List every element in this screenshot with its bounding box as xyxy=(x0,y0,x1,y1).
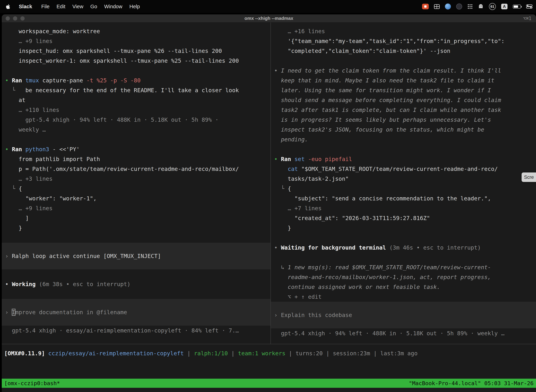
text-segment: -euo pipefail xyxy=(308,156,352,163)
menu-item-help[interactable]: Help xyxy=(129,4,140,9)
menu-bar-status-icons: 61 A xyxy=(422,3,536,10)
menu-item-go[interactable]: Go xyxy=(90,4,97,9)
window-grid-icon[interactable] xyxy=(434,4,440,9)
text-segment: • xyxy=(5,281,12,288)
terminal-line: gpt-5.4 xhigh · 94% left · 488K in · 5.1… xyxy=(5,115,270,125)
battery-level xyxy=(514,5,518,8)
menu-item-view[interactable]: View xyxy=(72,4,83,9)
text-segment: weekly … xyxy=(5,126,46,133)
text-segment: { xyxy=(19,185,22,192)
battery-percent-badge[interactable]: 61 xyxy=(489,3,496,10)
text-segment: gpt-5.4 xhigh · 94% left · 488K in · 5.1… xyxy=(274,330,505,337)
terminal-line: later. Using the same for transition mig… xyxy=(274,85,536,95)
window-titlebar: omx --xhigh --madmax ⌥⌘1 xyxy=(2,14,536,23)
status-segment: team:1 workers xyxy=(238,350,285,357)
terminal-line: └ { xyxy=(274,184,536,194)
text-segment: workspace_mode: worktree xyxy=(5,28,100,35)
composer-input-right[interactable]: › Explain this codebase xyxy=(271,302,536,328)
menu-item-window[interactable]: Window xyxy=(104,4,122,9)
text-segment: -t %25 -p -S -80 xyxy=(86,77,140,84)
text-segment: be necessary for the end of the README. … xyxy=(25,87,239,93)
text-segment: '{"team_name":"my-team","task_id":"1","f… xyxy=(274,38,505,44)
terminal-line xyxy=(274,56,536,66)
status-segment: | xyxy=(323,350,333,357)
text-segment: inspect task2's JSON, focusing on the st… xyxy=(274,126,484,133)
text-segment: tasks/task-2.json" xyxy=(274,175,349,182)
terminal-line: … +3 lines xyxy=(5,174,270,184)
text-segment: … +3 lines xyxy=(5,175,53,182)
text-segment: • xyxy=(5,146,12,153)
ghost-icon[interactable] xyxy=(478,4,483,9)
input-source-icon[interactable]: A xyxy=(501,4,507,9)
composer-input-left[interactable]: › Improve documentation in @filename xyxy=(2,299,270,326)
model-status-line: gpt-5.4 xhigh · essay/ai-reimplementatio… xyxy=(5,326,270,336)
terminal-line: … +9 lines xyxy=(5,36,270,46)
terminal-window: omx --xhigh --madmax ⌥⌘1 workspace_mode:… xyxy=(2,14,536,392)
terminal-line: ↳ 1 new msg(s): read $OMX_TEAM_STATE_ROO… xyxy=(274,262,536,272)
text-segment: 1 new msg(s): read $OMX_TEAM_STATE_ROOT/… xyxy=(288,264,491,271)
text-segment: tmux xyxy=(25,77,42,84)
zoom-button[interactable] xyxy=(20,16,25,21)
text-segment: … +7 lines xyxy=(274,205,322,212)
screen-recording-icon[interactable] xyxy=(422,4,429,9)
ran-set-line: • Ran set -euo pipefail xyxy=(274,154,536,164)
status-segment: ralph:1/10 xyxy=(194,350,228,357)
model-status-line: gpt-5.4 xhigh · 94% left · 488K in · 5.1… xyxy=(274,328,536,338)
terminal-line: '{"team_name":"my-team","task_id":"1","f… xyxy=(274,36,536,46)
tmux-session-label: [omx-cczip0:bash* xyxy=(4,379,60,388)
text-segment: "subject": "send a concise recommendatio… xyxy=(274,195,491,202)
menu-item-edit[interactable]: Edit xyxy=(57,4,65,9)
text-segment: (3m 46s • esc to interrupt) xyxy=(386,244,481,251)
status-segment: turns:20 xyxy=(296,350,323,357)
thinking-line: • I need to get the claim token from the… xyxy=(274,66,536,75)
terminal-line: from pathlib import Path xyxy=(5,154,270,164)
text-segment: from pathlib import Path xyxy=(5,156,100,163)
text-segment: continue assigned work or next feasible … xyxy=(274,284,440,290)
terminal-line: tasks/task-2.json" xyxy=(274,174,536,184)
dark-app-icon[interactable] xyxy=(456,4,462,9)
right-pane[interactable]: … +16 lines '{"team_name":"my-team","tas… xyxy=(271,23,536,344)
text-segment: ⌥ + ↑ edit xyxy=(274,294,322,300)
apple-menu-icon[interactable] xyxy=(6,4,11,9)
left-pane[interactable]: workspace_mode: worktree … +9 lines insp… xyxy=(2,23,270,344)
terminal-line: "worker": "worker-1", xyxy=(5,194,270,203)
text-segment: Explain this codebase xyxy=(281,312,352,318)
text-segment: ] xyxy=(5,215,29,221)
text-segment: … +16 lines xyxy=(274,28,325,35)
window-shortcut-badge: ⌥⌘1 xyxy=(523,16,531,21)
minimize-button[interactable] xyxy=(13,16,17,21)
text-segment: … +110 lines xyxy=(5,107,59,113)
text-segment: • xyxy=(274,67,281,74)
ralph-loop-banner: › Ralph loop active continue [OMX_TMUX_I… xyxy=(2,243,270,269)
close-button[interactable] xyxy=(6,16,10,21)
text-segment: └ xyxy=(5,185,19,192)
status-segment: | xyxy=(228,350,238,357)
terminal-line: … +110 lines xyxy=(5,105,270,115)
status-segment: last:3m ago xyxy=(380,350,417,357)
text-segment: Ran xyxy=(12,77,25,84)
active-app-name[interactable]: Slack xyxy=(19,4,32,9)
terminal-line: weekly … xyxy=(5,125,270,135)
terminal-line: … +7 lines xyxy=(274,203,536,213)
battery-icon[interactable] xyxy=(513,5,521,9)
dots-grid-icon[interactable] xyxy=(467,4,473,9)
text-segment: python3 xyxy=(25,146,49,153)
menu-item-file[interactable]: File xyxy=(41,4,50,9)
screenshot-toast[interactable]: Scre xyxy=(522,173,536,182)
text-segment: at xyxy=(5,97,25,103)
terminal-line xyxy=(5,269,270,279)
ran-python-line: • Ran python3 - <<'PY' xyxy=(5,144,270,154)
blue-app-icon[interactable] xyxy=(445,4,451,9)
text-segment: I need to get the claim token from the c… xyxy=(281,67,501,74)
text-segment: › xyxy=(274,312,281,318)
menu-bar-left: Slack FileEditViewGoWindowHelp xyxy=(0,4,147,9)
terminal-line: "created_at": "2026-03-31T11:59:27.816Z" xyxy=(274,213,536,223)
terminal-line: is in progress? It seems likely but perh… xyxy=(274,115,536,125)
text-segment: later. Using the same for transition mig… xyxy=(274,87,491,93)
terminal-line: workspace_mode: worktree xyxy=(5,26,270,36)
terminal-line xyxy=(274,252,536,262)
text-segment: capture-pane xyxy=(42,77,86,84)
terminal-line xyxy=(5,289,270,299)
control-center-icon[interactable] xyxy=(526,5,532,9)
text-segment: Ran xyxy=(281,156,295,163)
